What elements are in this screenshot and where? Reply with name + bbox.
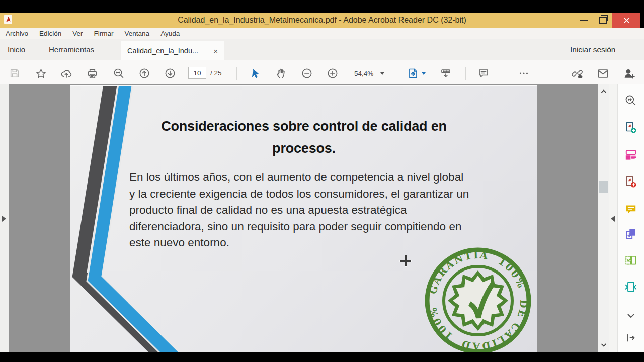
share-people-button[interactable]	[621, 66, 636, 81]
sidebar-open-pane-button[interactable]	[624, 331, 638, 345]
page-number-input[interactable]	[188, 67, 206, 79]
sidebar-organize-pages-button[interactable]	[624, 253, 638, 267]
collapse-toolbar-button[interactable]	[438, 66, 453, 81]
next-page-button[interactable]	[163, 66, 178, 81]
sidebar-marquee-zoom-button[interactable]	[624, 94, 638, 108]
save-button[interactable]	[7, 66, 22, 81]
close-icon	[623, 17, 630, 24]
sidebar-divider	[623, 114, 638, 114]
letterbox-corner	[640, 13, 644, 28]
edit-pdf-icon	[624, 148, 637, 161]
hand-tool-button[interactable]	[274, 66, 289, 81]
close-tab-icon[interactable]: ×	[213, 47, 218, 55]
sidebar-divider	[623, 326, 638, 326]
ellipsis-icon	[518, 67, 530, 79]
toolbar-divider	[465, 67, 466, 80]
menu-ventana[interactable]: Ventana	[119, 30, 155, 37]
tab-document[interactable]: Calidad_en_la_Indu... ×	[121, 41, 224, 60]
scroll-down-icon[interactable]	[600, 341, 608, 349]
minimize-icon	[580, 20, 588, 21]
zoom-out-button[interactable]	[299, 66, 314, 81]
sidebar-comment-button[interactable]	[624, 202, 638, 216]
scroll-up-icon[interactable]	[600, 87, 608, 96]
person-add-icon	[623, 67, 635, 80]
marquee-zoom-icon	[624, 94, 637, 107]
comment-button[interactable]	[476, 66, 491, 81]
page-fit-dropdown[interactable]	[419, 66, 426, 81]
slide-body-text: En los últimos años, con el aumento de c…	[129, 169, 517, 251]
window-title: Calidad_en_la_Industria_Metalmecanica.pd…	[0, 13, 644, 28]
letterbox-top	[0, 0, 644, 13]
minus-circle-icon	[301, 67, 313, 79]
page-fit-button[interactable]	[406, 66, 421, 81]
find-button[interactable]	[111, 66, 126, 81]
previous-page-button[interactable]	[137, 66, 152, 81]
scrollbar-thumb[interactable]	[599, 181, 608, 193]
select-tool-button[interactable]	[248, 66, 263, 81]
document-tab-label: Calidad_en_la_Indu...	[127, 47, 210, 55]
vertical-scrollbar[interactable]	[598, 84, 609, 352]
combine-files-icon	[624, 228, 637, 241]
minimize-button[interactable]	[574, 13, 594, 28]
slide-title: Consideraciones sobre control de calidad…	[70, 115, 537, 159]
zoom-in-button[interactable]	[325, 66, 340, 81]
sidebar-export-pdf-button[interactable]	[624, 121, 638, 135]
menu-ver[interactable]: Ver	[67, 30, 88, 37]
arrow-down-circle-icon	[164, 67, 176, 79]
share-link-button[interactable]	[570, 66, 585, 81]
tab-inicio[interactable]: Inicio	[8, 39, 25, 60]
acrobat-logo-icon	[4, 15, 12, 24]
cursor-arrow-icon	[250, 68, 261, 79]
cloud-upload-icon	[60, 67, 72, 79]
restore-icon	[599, 17, 607, 24]
sidebar-more-tools-button[interactable]	[624, 309, 638, 323]
toolbar-collapse-icon	[440, 67, 452, 79]
plus-circle-icon	[327, 67, 339, 79]
pdf-page: Consideraciones sobre control de calidad…	[70, 85, 537, 352]
comment-icon	[624, 203, 637, 216]
page-total-label: / 25	[210, 69, 222, 77]
open-navigation-pane-icon[interactable]	[2, 216, 6, 222]
zoom-level-control[interactable]: 54,4%	[351, 67, 394, 80]
zoom-level-value: 54,4%	[354, 70, 373, 77]
favorites-button[interactable]	[33, 66, 48, 81]
restore-button[interactable]	[594, 13, 612, 28]
envelope-icon	[597, 67, 609, 80]
close-button[interactable]	[612, 13, 641, 28]
print-icon	[87, 68, 98, 79]
create-pdf-icon	[624, 175, 637, 189]
comment-bubble-icon	[477, 67, 490, 79]
letterbox-bottom	[0, 352, 644, 362]
window-titlebar: Calidad_en_la_Industria_Metalmecanica.pd…	[0, 13, 644, 28]
menu-archivo[interactable]: Archivo	[0, 30, 34, 37]
sidebar-edit-pdf-button[interactable]	[624, 148, 638, 162]
sign-in-button[interactable]: Iniciar sesión	[570, 39, 615, 60]
compress-pdf-icon	[624, 281, 637, 294]
sidebar-compress-pdf-button[interactable]	[624, 280, 638, 294]
menu-ayuda[interactable]: Ayuda	[155, 30, 185, 37]
print-button[interactable]	[85, 66, 100, 81]
chevron-down-icon	[380, 72, 384, 75]
tab-herramientas[interactable]: Herramientas	[49, 39, 94, 60]
search-icon	[113, 67, 125, 79]
sidebar-create-pdf-button[interactable]	[624, 175, 638, 189]
sidebar-combine-files-button[interactable]	[624, 227, 638, 241]
menu-edicion[interactable]: Edición	[34, 30, 67, 37]
toolbar-divider	[236, 67, 237, 80]
hand-icon	[275, 67, 287, 79]
navigation-pane-strip	[0, 84, 9, 352]
chevron-down-icon	[625, 310, 637, 322]
menu-firmar[interactable]: Firmar	[89, 30, 119, 37]
tab-bar: Inicio Herramientas Calidad_en_la_Indu..…	[0, 39, 644, 60]
document-viewport: Consideraciones sobre control de calidad…	[0, 84, 644, 352]
save-icon	[9, 68, 20, 79]
more-tools-button[interactable]	[516, 66, 531, 81]
open-right-pane-icon[interactable]	[611, 216, 615, 222]
share-cloud-button[interactable]	[59, 66, 74, 81]
open-pane-arrow-icon	[625, 332, 637, 344]
menu-bar: Archivo Edición Ver Firmar Ventana Ayuda	[0, 28, 644, 39]
arrow-up-circle-icon	[138, 67, 150, 79]
export-pdf-icon	[624, 121, 637, 134]
send-email-button[interactable]	[595, 66, 610, 81]
chevron-down-icon	[422, 72, 426, 75]
